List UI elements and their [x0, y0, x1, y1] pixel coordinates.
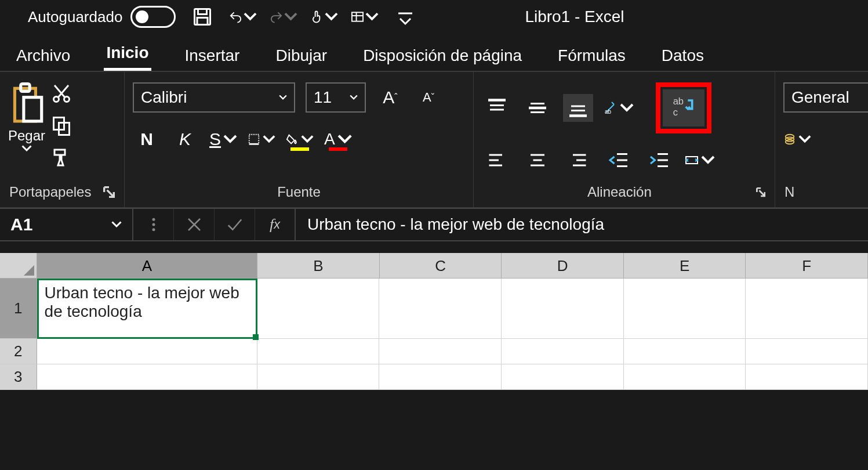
tab-insertar[interactable]: Insertar: [183, 41, 242, 71]
column-headers: A B C D E F: [0, 253, 868, 279]
decrease-indent-button[interactable]: [604, 146, 634, 174]
svg-rect-9: [24, 97, 42, 121]
column-header-d[interactable]: D: [502, 253, 624, 279]
cell-c1[interactable]: [379, 279, 502, 339]
accounting-format-button[interactable]: [783, 125, 811, 153]
svg-point-50: [152, 223, 155, 226]
cell-c3[interactable]: [379, 364, 502, 390]
cell-e3[interactable]: [624, 364, 746, 390]
column-header-a[interactable]: A: [37, 253, 258, 279]
wrap-text-button[interactable]: abc: [663, 89, 704, 126]
spreadsheet-grid: A B C D E F 1 Urban tecno - la mejor web…: [0, 253, 868, 390]
chevron-down-icon: [279, 93, 287, 102]
underline-button[interactable]: S: [209, 125, 237, 153]
group-number-label: N: [785, 184, 794, 200]
italic-button[interactable]: K: [171, 125, 199, 153]
name-box[interactable]: A1: [0, 209, 133, 240]
group-alignment-label: Alineación: [587, 184, 652, 200]
fill-color-button[interactable]: [286, 125, 314, 153]
chevron-down-icon: [21, 145, 32, 152]
group-alignment: ab abc Alineaci: [474, 72, 775, 207]
cell-c2[interactable]: [379, 339, 502, 364]
cell-f1[interactable]: [746, 279, 868, 339]
toggle-switch-icon[interactable]: [130, 6, 176, 28]
formula-bar-menu[interactable]: [133, 209, 174, 240]
column-header-c[interactable]: C: [380, 253, 502, 279]
decrease-font-button[interactable]: Aˇ: [415, 84, 442, 111]
cancel-formula-button[interactable]: [174, 209, 215, 240]
tab-disposicion[interactable]: Disposición de página: [361, 41, 524, 71]
spreadsheet-view-button[interactable]: [351, 4, 379, 30]
align-middle-button[interactable]: [522, 94, 553, 122]
cell-a3[interactable]: [37, 364, 257, 390]
tab-formulas[interactable]: Fórmulas: [555, 41, 628, 71]
paste-button[interactable]: Pegar: [8, 82, 45, 152]
increase-indent-button[interactable]: [644, 146, 674, 174]
undo-button[interactable]: [229, 4, 257, 30]
accept-formula-button[interactable]: [215, 209, 255, 240]
formula-bar-content[interactable]: Urban tecno - la mejor web de tecnología: [296, 215, 868, 234]
tab-archivo[interactable]: Archivo: [14, 41, 72, 71]
bold-button[interactable]: N: [133, 125, 161, 153]
svg-rect-1: [198, 9, 207, 15]
svg-point-51: [152, 228, 155, 231]
cell-a1[interactable]: Urban tecno - la mejor web de tecnología: [37, 279, 257, 339]
svg-text:ab: ab: [605, 109, 612, 115]
font-size-value: 11: [314, 88, 332, 107]
svg-rect-16: [249, 135, 259, 144]
cell-e2[interactable]: [624, 339, 746, 364]
align-right-button[interactable]: [563, 146, 593, 174]
number-format-combo[interactable]: General: [783, 82, 868, 113]
tab-dibujar[interactable]: Dibujar: [273, 41, 329, 71]
group-number: General N: [775, 72, 868, 207]
row-header-3[interactable]: 3: [0, 364, 37, 390]
column-header-b[interactable]: B: [257, 253, 380, 279]
tab-inicio[interactable]: Inicio: [104, 38, 151, 71]
font-color-button[interactable]: A: [324, 125, 352, 153]
autosave-toggle[interactable]: Autoguardado: [28, 6, 176, 28]
svg-rect-2: [197, 18, 208, 25]
cell-f2[interactable]: [746, 339, 868, 364]
formula-bar: A1 fx Urban tecno - la mejor web de tecn…: [0, 208, 868, 241]
row-header-2[interactable]: 2: [0, 339, 37, 364]
fill-color-swatch: [290, 147, 309, 151]
row-header-1[interactable]: 1: [0, 279, 37, 339]
select-all-corner[interactable]: [0, 253, 37, 279]
column-header-f[interactable]: F: [746, 253, 868, 279]
align-bottom-button[interactable]: [563, 94, 593, 122]
copy-button[interactable]: [51, 115, 72, 138]
redo-button[interactable]: [270, 4, 297, 30]
borders-button[interactable]: [248, 125, 275, 153]
cell-f3[interactable]: [746, 364, 868, 390]
orientation-button[interactable]: ab: [604, 94, 634, 122]
merge-center-button[interactable]: [685, 146, 715, 174]
svg-text:c: c: [673, 107, 678, 117]
svg-point-48: [786, 140, 794, 144]
ribbon-tabs: Archivo Inicio Insertar Dibujar Disposic…: [0, 34, 868, 71]
align-center-button[interactable]: [522, 146, 553, 174]
cell-d1[interactable]: [502, 279, 624, 339]
cell-d2[interactable]: [502, 339, 624, 364]
touch-mode-button[interactable]: [310, 4, 338, 30]
column-header-e[interactable]: E: [624, 253, 746, 279]
align-top-button[interactable]: [482, 94, 512, 122]
dialog-launcher-icon[interactable]: [756, 186, 765, 198]
cell-b3[interactable]: [257, 364, 380, 390]
increase-font-button[interactable]: Aˆ: [376, 84, 404, 111]
tab-datos[interactable]: Datos: [659, 41, 706, 71]
cut-button[interactable]: [51, 84, 72, 107]
font-size-combo[interactable]: 11: [306, 82, 366, 113]
cell-b1[interactable]: [257, 279, 380, 339]
align-left-button[interactable]: [482, 146, 512, 174]
format-painter-button[interactable]: [51, 146, 72, 169]
cell-e1[interactable]: [624, 279, 746, 339]
cell-a2[interactable]: [37, 339, 257, 364]
dialog-launcher-icon[interactable]: [103, 186, 115, 198]
cell-b2[interactable]: [257, 339, 380, 364]
customize-qat-button[interactable]: [391, 4, 419, 30]
insert-function-button[interactable]: fx: [255, 209, 296, 240]
font-name-combo[interactable]: Calibri: [133, 82, 295, 113]
cell-d3[interactable]: [502, 364, 624, 390]
save-button[interactable]: [188, 4, 216, 30]
svg-point-49: [152, 218, 155, 221]
